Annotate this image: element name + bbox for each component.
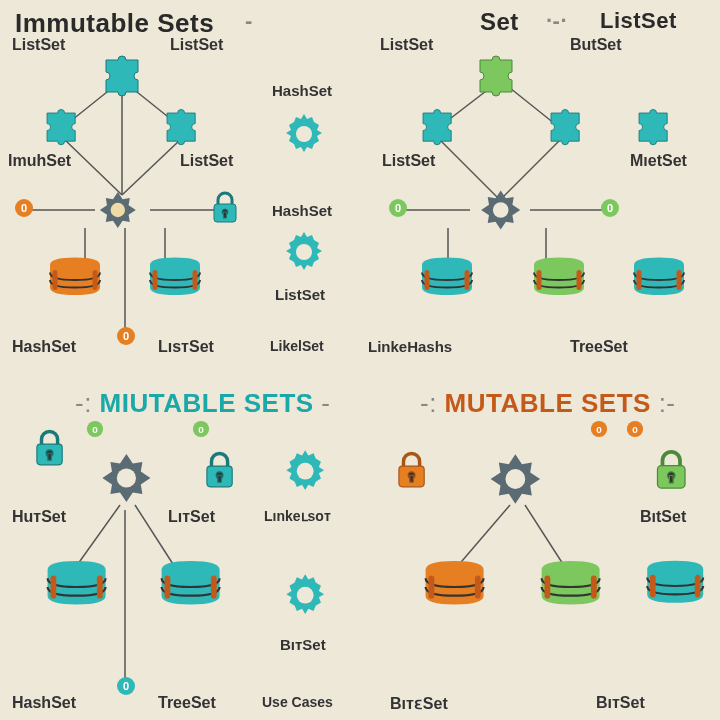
puzzle-icon (632, 106, 674, 148)
label-listset: ListSet (275, 286, 325, 303)
puzzle-icon (40, 106, 82, 148)
connector-lines-bl (0, 360, 360, 720)
stack-icon (36, 558, 116, 620)
label-hashset: HashSet (272, 82, 332, 99)
label-treeset: TreeSet (158, 694, 216, 712)
puzzle-icon (160, 106, 202, 148)
label-bitset: BıtSet (640, 508, 686, 526)
puzzle-icon (416, 106, 458, 148)
label-listset: LısтSet (158, 338, 214, 356)
puzzle-icon (544, 106, 586, 148)
stack-icon (414, 558, 494, 620)
lock-icon (200, 450, 240, 490)
gear-icon (280, 446, 332, 498)
stack-icon (524, 255, 594, 310)
cogcluster-icon (95, 186, 143, 234)
label-mietset: MıetSet (630, 152, 687, 170)
dot-icon (192, 420, 210, 438)
label-usecases: Use Cases (262, 694, 333, 710)
lock-icon (208, 190, 242, 224)
stack-icon (636, 558, 712, 618)
label-listset: ListSet (180, 152, 233, 170)
lock-icon (30, 428, 70, 468)
puzzle-icon (472, 52, 520, 100)
label-biteset: BıтɛSet (390, 694, 448, 713)
label-listset: ListSet (12, 36, 65, 54)
puzzle-icon (98, 52, 146, 100)
label-butset: ButSet (570, 36, 622, 54)
lock-icon (650, 448, 694, 492)
stack-icon (624, 255, 694, 310)
dot-icon (600, 198, 620, 218)
label-litset: LıтSet (168, 508, 215, 526)
dot-icon (116, 326, 136, 346)
gear-icon (280, 228, 328, 276)
gear-icon (280, 570, 332, 622)
label-bitset: BıтSet (596, 694, 645, 712)
label-listset: ListSet (170, 36, 223, 54)
gear-icon (280, 110, 328, 158)
lock-icon (392, 450, 432, 490)
stack-icon (40, 255, 110, 310)
cogcluster-icon (476, 184, 528, 236)
stack-icon (412, 255, 482, 310)
label-hashset: HashSet (12, 694, 76, 712)
cogcluster-icon (96, 446, 160, 510)
stack-icon (150, 558, 230, 620)
label-imuhset: ImuhSet (8, 152, 71, 170)
label-likelset: LikelSet (270, 338, 324, 354)
label-hashset: HashSet (12, 338, 76, 356)
label-treeset: TreeSet (570, 338, 628, 356)
stack-icon (530, 558, 610, 620)
dot-icon (116, 676, 136, 696)
dot-icon (388, 198, 408, 218)
dot-icon (590, 420, 608, 438)
cogcluster-icon (484, 446, 550, 512)
label-listset: ListSet (380, 36, 433, 54)
label-hutset: HuтSet (12, 508, 66, 526)
label-linkedsot: Lınkeʟsoт (264, 508, 331, 524)
label-listset: ListSet (382, 152, 435, 170)
label-bitset: BıтSet (280, 636, 326, 653)
stack-icon (140, 255, 210, 310)
dot-icon (14, 198, 34, 218)
label-hashset: HashSet (272, 202, 332, 219)
dot-icon (86, 420, 104, 438)
connector-lines-br (360, 360, 720, 720)
label-linkehashs: LinkeHashs (368, 338, 452, 355)
dot-icon (626, 420, 644, 438)
